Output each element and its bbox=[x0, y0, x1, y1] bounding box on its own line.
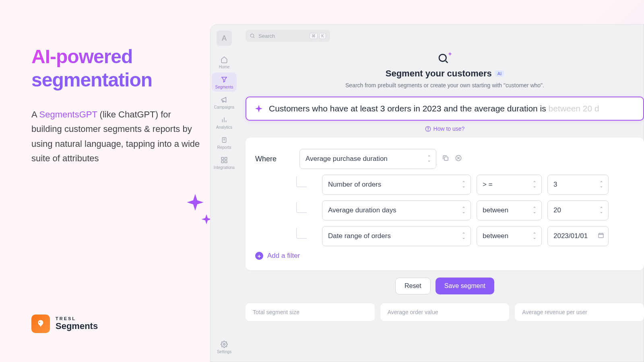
svg-rect-3 bbox=[225, 157, 227, 159]
main-content: Segment your customers AI Search from pr… bbox=[246, 48, 644, 362]
chevron-updown-icon: ⌃⌄ bbox=[533, 233, 537, 239]
stat-card-arpu: Average revenue per user bbox=[515, 303, 644, 321]
search-placeholder: Search bbox=[258, 33, 275, 39]
reset-button[interactable]: Reset bbox=[395, 278, 431, 294]
svg-rect-4 bbox=[221, 161, 223, 163]
filter-operator-select[interactable]: > =⌃⌄ bbox=[477, 175, 542, 195]
filter-operator-select[interactable]: between⌃⌄ bbox=[477, 226, 542, 246]
filter-attribute-select[interactable]: Average duration days⌃⌄ bbox=[322, 200, 471, 220]
chevron-updown-icon: ⌃⌄ bbox=[427, 156, 431, 162]
grid-icon bbox=[220, 156, 228, 164]
delete-icon[interactable] bbox=[455, 154, 462, 163]
duplicate-icon[interactable] bbox=[442, 154, 449, 163]
filter-builder: Where Average purchase duration ⌃⌄ Numbe… bbox=[246, 138, 644, 270]
sidebar-item-integrations[interactable]: Integrations bbox=[212, 153, 237, 172]
svg-rect-5 bbox=[225, 161, 227, 163]
megaphone-icon bbox=[220, 96, 228, 104]
filter-attribute-select[interactable]: Date range of orders⌃⌄ bbox=[322, 226, 471, 246]
svg-point-0 bbox=[39, 322, 40, 323]
filter-attribute-select[interactable]: Number of orders⌃⌄ bbox=[322, 175, 471, 195]
stat-card-aov: Average order value bbox=[380, 303, 510, 321]
hero-heading: AI-powered segmentation bbox=[31, 45, 200, 91]
filter-icon bbox=[220, 76, 228, 84]
chevron-updown-icon: ⌃⌄ bbox=[533, 208, 537, 213]
filter-value-input[interactable]: 20⌃⌄ bbox=[547, 200, 609, 220]
calendar-icon bbox=[598, 232, 604, 241]
filter-date-input[interactable]: 2023/01/01 bbox=[547, 226, 609, 246]
chart-icon bbox=[220, 116, 228, 124]
brand-name-top: TRESL bbox=[56, 316, 98, 321]
app-window: A Home Segments Campaigns Analytics Repo… bbox=[210, 24, 644, 362]
plus-icon: + bbox=[255, 252, 263, 260]
chevron-updown-icon: ⌃⌄ bbox=[462, 182, 466, 187]
page-subtitle: Search from prebuilt segments or create … bbox=[246, 82, 644, 88]
heading-line-1: AI-powered bbox=[31, 46, 132, 67]
sidebar-item-analytics[interactable]: Analytics bbox=[212, 113, 237, 132]
how-to-use-link[interactable]: How to use? bbox=[246, 125, 644, 132]
page-title: Segment your customers AI bbox=[246, 68, 644, 79]
stat-card-segment-size: Total segment size bbox=[246, 303, 375, 321]
sidebar-item-home[interactable]: Home bbox=[212, 52, 237, 72]
sidebar-item-campaigns[interactable]: Campaigns bbox=[212, 93, 237, 112]
svg-point-10 bbox=[428, 130, 428, 130]
document-icon bbox=[220, 136, 228, 144]
brand-logo bbox=[31, 315, 50, 333]
chevron-updown-icon: ⌃⌄ bbox=[599, 182, 603, 187]
tree-connector-icon bbox=[296, 202, 307, 213]
hero-description: A SegmentsGPT (like ChatGPT) for buildin… bbox=[31, 107, 200, 166]
help-icon bbox=[425, 126, 431, 132]
sidebar-item-segments[interactable]: Segments bbox=[212, 72, 237, 92]
segment-hero-icon bbox=[246, 52, 644, 64]
heading-line-2: segmentation bbox=[31, 68, 200, 92]
svg-point-6 bbox=[223, 343, 225, 346]
ai-prompt-input[interactable]: Customers who have at least 3 orders in … bbox=[246, 97, 644, 121]
svg-rect-2 bbox=[221, 157, 223, 159]
filter-value-input[interactable]: 3⌃⌄ bbox=[547, 175, 609, 195]
workspace-avatar[interactable]: A bbox=[217, 31, 232, 46]
svg-rect-13 bbox=[599, 233, 603, 238]
ai-badge: AI bbox=[495, 70, 504, 77]
main-attribute-select[interactable]: Average purchase duration ⌃⌄ bbox=[299, 149, 436, 169]
brand-logo-block: TRESL Segments bbox=[31, 315, 98, 333]
filter-operator-select[interactable]: between⌃⌄ bbox=[477, 200, 542, 220]
chevron-updown-icon: ⌃⌄ bbox=[599, 208, 603, 213]
where-label: Where bbox=[255, 155, 299, 163]
sparkle-icon bbox=[254, 104, 263, 113]
search-icon bbox=[250, 33, 255, 39]
svg-rect-11 bbox=[444, 157, 448, 160]
brand-name: Segments bbox=[56, 321, 98, 331]
svg-point-7 bbox=[250, 34, 254, 37]
gear-icon bbox=[220, 340, 228, 348]
chevron-updown-icon: ⌃⌄ bbox=[462, 233, 466, 239]
tree-connector-icon bbox=[296, 228, 307, 239]
save-segment-button[interactable]: Save segment bbox=[436, 278, 494, 294]
chevron-updown-icon: ⌃⌄ bbox=[533, 182, 537, 187]
tree-connector-icon bbox=[296, 177, 307, 187]
marketing-copy: AI-powered segmentation A SegmentsGPT (l… bbox=[31, 45, 200, 166]
search-shortcut: ⌘ K bbox=[310, 33, 326, 39]
sidebar-item-reports[interactable]: Reports bbox=[212, 133, 237, 152]
sidebar-item-settings[interactable]: Settings bbox=[210, 340, 238, 354]
prompt-text: Customers who have at least 3 orders in … bbox=[269, 104, 599, 113]
home-icon bbox=[220, 56, 228, 64]
add-filter-button[interactable]: + Add a filter bbox=[255, 252, 634, 260]
chevron-updown-icon: ⌃⌄ bbox=[462, 208, 466, 213]
sidebar: A Home Segments Campaigns Analytics Repo… bbox=[210, 24, 238, 362]
search-input[interactable]: Search ⌘ K bbox=[246, 30, 330, 42]
svg-point-8 bbox=[439, 54, 446, 62]
